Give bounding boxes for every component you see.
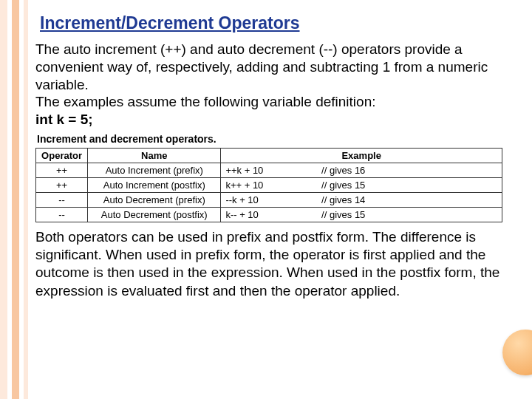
col-name: Name [88, 148, 221, 163]
intro-sentence-2: The examples assume the following variab… [35, 94, 375, 109]
cell-cmt: // gives 16 [317, 163, 502, 177]
cell-expr: k-- + 10 [221, 207, 317, 222]
cell-name: Auto Increment (prefix) [88, 163, 221, 177]
cell-name: Auto Decrement (prefix) [88, 192, 221, 207]
operators-table: Operator Name Example ++ Auto Increment … [35, 148, 502, 222]
slide-title: Increment/Decrement Operators [35, 13, 525, 33]
table-row: ++ Auto Increment (prefix) ++k + 10 // g… [36, 163, 502, 177]
cell-cmt: // gives 14 [317, 192, 502, 207]
col-operator: Operator [36, 148, 88, 163]
cell-op: -- [36, 192, 88, 207]
cell-op: ++ [36, 163, 88, 177]
col-example: Example [221, 148, 502, 163]
slide-content: Increment/Decrement Operators The auto i… [28, 0, 532, 399]
cell-expr: --k + 10 [221, 192, 317, 207]
cell-name: Auto Decrement (postfix) [88, 207, 221, 222]
decor-stripe [12, 0, 19, 399]
table-row: -- Auto Decrement (postfix) k-- + 10 // … [36, 207, 502, 222]
intro-sentence-1: The auto increment (++) and auto decreme… [35, 41, 488, 92]
operators-table-figure: Increment and decrement operators. Opera… [35, 133, 502, 222]
table-row: ++ Auto Increment (postfix) k++ + 10 // … [36, 177, 502, 192]
cell-expr: ++k + 10 [221, 163, 317, 177]
cell-name: Auto Increment (postfix) [88, 177, 221, 192]
cell-cmt: // gives 15 [317, 177, 502, 192]
cell-op: ++ [36, 177, 88, 192]
table-caption: Increment and decrement operators. [37, 133, 502, 145]
cell-op: -- [36, 207, 88, 222]
cell-expr: k++ + 10 [221, 177, 317, 192]
table-row: -- Auto Decrement (prefix) --k + 10 // g… [36, 192, 502, 207]
explanation-paragraph: Both operators can be used in prefix and… [35, 228, 525, 300]
cell-cmt: // gives 15 [317, 207, 502, 222]
intro-code: int k = 5; [35, 112, 93, 127]
table-header-row: Operator Name Example [36, 148, 502, 163]
intro-paragraph: The auto increment (++) and auto decreme… [35, 41, 525, 129]
decor-stripe [0, 0, 7, 399]
